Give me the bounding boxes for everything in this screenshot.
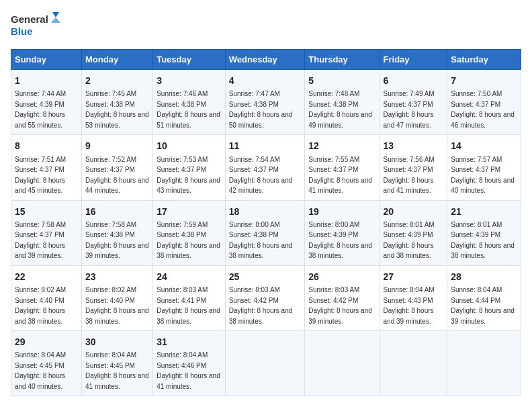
calendar-cell xyxy=(305,331,380,396)
header-saturday: Saturday xyxy=(447,50,521,70)
daylight-info: Daylight: 8 hours and 39 minutes. xyxy=(384,307,434,325)
daylight-info: Daylight: 8 hours and 42 minutes. xyxy=(229,177,293,195)
day-number: 25 xyxy=(229,270,302,283)
sunset-info: Sunset: 4:39 PM xyxy=(451,231,500,238)
day-number: 23 xyxy=(85,270,149,283)
sunset-info: Sunset: 4:38 PM xyxy=(85,231,135,238)
day-number: 6 xyxy=(384,74,444,87)
sunrise-info: Sunrise: 8:04 AM xyxy=(451,286,502,293)
sunset-info: Sunset: 4:45 PM xyxy=(15,362,64,369)
sunset-info: Sunset: 4:37 PM xyxy=(229,166,279,173)
daylight-info: Daylight: 8 hours and 51 minutes. xyxy=(157,111,220,129)
daylight-info: Daylight: 8 hours and 41 minutes. xyxy=(85,372,149,390)
sunset-info: Sunset: 4:37 PM xyxy=(384,166,433,173)
daylight-info: Daylight: 8 hours and 46 minutes. xyxy=(451,111,515,129)
calendar-cell: 8Sunrise: 7:51 AMSunset: 4:37 PMDaylight… xyxy=(11,135,82,200)
sunrise-info: Sunrise: 7:57 AM xyxy=(451,156,502,163)
daylight-info: Daylight: 8 hours and 53 minutes. xyxy=(85,111,149,129)
calendar-cell: 6Sunrise: 7:49 AMSunset: 4:37 PMDaylight… xyxy=(380,70,447,135)
daylight-info: Daylight: 8 hours and 41 minutes. xyxy=(157,372,220,390)
day-number: 11 xyxy=(229,139,302,152)
sunrise-info: Sunrise: 8:01 AM xyxy=(384,221,435,228)
svg-marker-2 xyxy=(52,12,59,17)
day-number: 28 xyxy=(451,270,517,283)
sunrise-info: Sunrise: 8:01 AM xyxy=(451,221,502,228)
calendar-cell: 2Sunrise: 7:45 AMSunset: 4:38 PMDaylight… xyxy=(82,70,153,135)
header-wednesday: Wednesday xyxy=(225,50,305,70)
sunset-info: Sunset: 4:39 PM xyxy=(384,231,433,238)
calendar-cell: 22Sunrise: 8:02 AMSunset: 4:40 PMDayligh… xyxy=(11,265,82,330)
sunset-info: Sunset: 4:37 PM xyxy=(308,166,358,173)
sunset-info: Sunset: 4:38 PM xyxy=(157,231,206,238)
day-number: 18 xyxy=(229,205,302,218)
sunset-info: Sunset: 4:42 PM xyxy=(229,297,279,304)
calendar-cell: 21Sunrise: 8:01 AMSunset: 4:39 PMDayligh… xyxy=(447,200,521,265)
daylight-info: Daylight: 8 hours and 45 minutes. xyxy=(15,177,65,195)
calendar-cell: 25Sunrise: 8:03 AMSunset: 4:42 PMDayligh… xyxy=(225,265,305,330)
sunset-info: Sunset: 4:46 PM xyxy=(157,362,206,369)
calendar-week-row: 8Sunrise: 7:51 AMSunset: 4:37 PMDaylight… xyxy=(11,135,521,200)
calendar-cell xyxy=(447,331,521,396)
day-number: 2 xyxy=(85,74,149,87)
daylight-info: Daylight: 8 hours and 41 minutes. xyxy=(384,177,434,195)
day-number: 3 xyxy=(157,74,222,87)
sunrise-info: Sunrise: 8:04 AM xyxy=(157,351,208,359)
day-number: 10 xyxy=(157,139,222,152)
daylight-info: Daylight: 8 hours and 47 minutes. xyxy=(384,111,434,129)
daylight-info: Daylight: 8 hours and 38 minutes. xyxy=(157,242,220,260)
sunrise-info: Sunrise: 7:54 AM xyxy=(229,156,280,163)
day-number: 31 xyxy=(157,335,222,349)
header-sunday: Sunday xyxy=(11,50,82,70)
daylight-info: Daylight: 8 hours and 49 minutes. xyxy=(308,111,372,129)
calendar-cell: 1Sunrise: 7:44 AMSunset: 4:39 PMDaylight… xyxy=(11,70,82,135)
sunrise-info: Sunrise: 7:58 AM xyxy=(15,221,66,228)
daylight-info: Daylight: 8 hours and 39 minutes. xyxy=(308,307,372,325)
day-number: 22 xyxy=(15,270,78,283)
calendar-week-row: 1Sunrise: 7:44 AMSunset: 4:39 PMDaylight… xyxy=(11,70,521,135)
calendar-cell: 17Sunrise: 7:59 AMSunset: 4:38 PMDayligh… xyxy=(153,200,226,265)
daylight-info: Daylight: 8 hours and 38 minutes. xyxy=(451,242,515,260)
daylight-info: Daylight: 8 hours and 38 minutes. xyxy=(229,307,293,325)
sunrise-info: Sunrise: 8:02 AM xyxy=(85,286,136,293)
sunset-info: Sunset: 4:38 PM xyxy=(308,101,358,108)
day-number: 8 xyxy=(15,139,78,152)
calendar-cell: 7Sunrise: 7:50 AMSunset: 4:37 PMDaylight… xyxy=(447,70,521,135)
sunrise-info: Sunrise: 7:44 AM xyxy=(15,90,66,97)
day-number: 1 xyxy=(15,74,78,87)
daylight-info: Daylight: 8 hours and 41 minutes. xyxy=(308,177,372,195)
sunrise-info: Sunrise: 7:49 AM xyxy=(384,90,435,97)
sunset-info: Sunset: 4:37 PM xyxy=(157,166,206,173)
calendar-cell: 14Sunrise: 7:57 AMSunset: 4:37 PMDayligh… xyxy=(447,135,521,200)
calendar-cell: 5Sunrise: 7:48 AMSunset: 4:38 PMDaylight… xyxy=(305,70,380,135)
day-number: 13 xyxy=(384,139,444,152)
daylight-info: Daylight: 8 hours and 39 minutes. xyxy=(451,307,515,325)
calendar-cell: 16Sunrise: 7:58 AMSunset: 4:38 PMDayligh… xyxy=(82,200,153,265)
header: General Blue xyxy=(11,11,521,41)
calendar-cell: 31Sunrise: 8:04 AMSunset: 4:46 PMDayligh… xyxy=(153,331,226,396)
sunrise-info: Sunrise: 7:46 AM xyxy=(157,90,208,97)
calendar-cell: 28Sunrise: 8:04 AMSunset: 4:44 PMDayligh… xyxy=(447,265,521,330)
sunset-info: Sunset: 4:38 PM xyxy=(157,101,206,108)
sunrise-info: Sunrise: 8:03 AM xyxy=(157,286,208,293)
sunrise-info: Sunrise: 7:56 AM xyxy=(384,156,435,163)
header-thursday: Thursday xyxy=(305,50,380,70)
sunrise-info: Sunrise: 7:45 AM xyxy=(85,90,136,97)
sunrise-info: Sunrise: 7:51 AM xyxy=(15,156,66,163)
logo-icon: General Blue xyxy=(11,11,64,41)
sunrise-info: Sunrise: 8:04 AM xyxy=(384,286,435,293)
day-number: 15 xyxy=(15,205,78,218)
sunrise-info: Sunrise: 8:02 AM xyxy=(15,286,66,293)
calendar-cell: 3Sunrise: 7:46 AMSunset: 4:38 PMDaylight… xyxy=(153,70,226,135)
calendar-cell: 19Sunrise: 8:00 AMSunset: 4:39 PMDayligh… xyxy=(305,200,380,265)
daylight-info: Daylight: 8 hours and 43 minutes. xyxy=(157,177,220,195)
calendar-cell xyxy=(225,331,305,396)
sunrise-info: Sunrise: 7:50 AM xyxy=(451,90,502,97)
sunset-info: Sunset: 4:37 PM xyxy=(15,166,64,173)
calendar-cell: 10Sunrise: 7:53 AMSunset: 4:37 PMDayligh… xyxy=(153,135,226,200)
day-number: 9 xyxy=(85,139,149,152)
day-number: 5 xyxy=(308,74,375,87)
calendar-cell: 13Sunrise: 7:56 AMSunset: 4:37 PMDayligh… xyxy=(380,135,447,200)
calendar-cell xyxy=(380,331,447,396)
sunrise-info: Sunrise: 7:53 AM xyxy=(157,156,208,163)
calendar-header-row: SundayMondayTuesdayWednesdayThursdayFrid… xyxy=(11,50,521,70)
